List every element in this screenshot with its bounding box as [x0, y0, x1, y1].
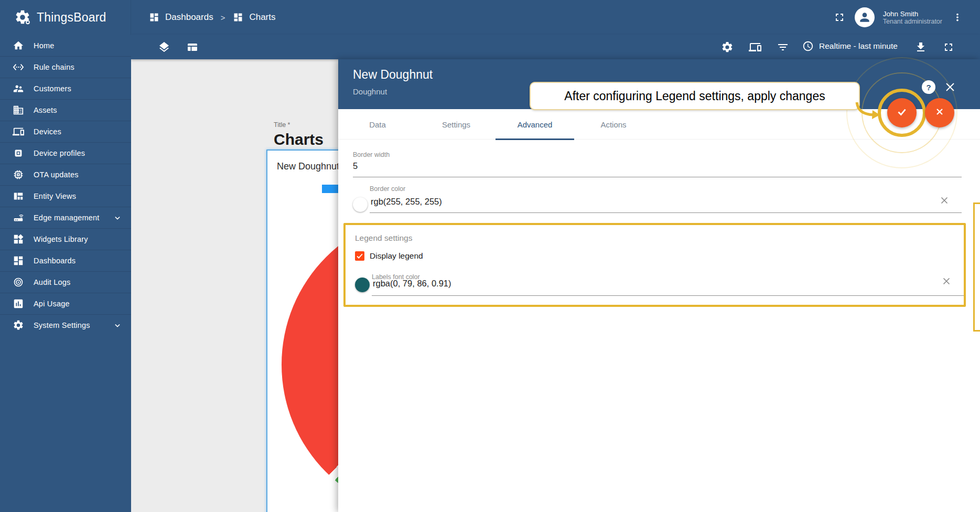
sidebar-item-label: Audit Logs [34, 278, 71, 286]
tooltip-text: After configuring Legend settings, apply… [564, 89, 825, 103]
sidebar-item-system-settings[interactable]: System Settings [0, 314, 131, 336]
cancel-changes-button[interactable] [925, 98, 954, 127]
user-info: John Smith Tenant administrator [883, 10, 942, 25]
customers-icon [13, 83, 24, 94]
sidebar-item-ota-updates[interactable]: OTA updates [0, 164, 131, 185]
sidebar-item-label: Entity Views [34, 192, 76, 200]
entities-icon[interactable] [748, 40, 762, 54]
layout-icon[interactable] [186, 40, 199, 54]
filter-icon[interactable] [776, 40, 790, 54]
sidebar-item-label: OTA updates [34, 170, 79, 179]
sidebar-nav: Home Rule chains Customers Assets Device… [0, 35, 131, 512]
border-color-input[interactable]: rgb(255, 255, 255) [371, 197, 442, 207]
widget-title: New Doughnut [277, 161, 339, 172]
breadcrumb-charts[interactable]: Charts [249, 12, 275, 23]
display-legend-checkbox[interactable] [355, 251, 364, 261]
breadcrumb-separator: > [221, 13, 225, 22]
labels-font-color-underline [372, 295, 964, 296]
rule-chains-icon [13, 61, 24, 73]
sidebar-item-label: System Settings [34, 321, 90, 329]
user-role: Tenant administrator [883, 18, 942, 25]
dashboards-grid-icon [148, 12, 160, 23]
border-color-swatch[interactable] [353, 197, 368, 212]
dashboards-icon [13, 255, 24, 266]
download-icon[interactable] [914, 40, 928, 54]
dashboard-title-field[interactable]: Title * Charts [274, 121, 324, 148]
labels-font-color-swatch[interactable] [355, 278, 370, 292]
timewindow-button[interactable]: Realtime - last minute [802, 40, 898, 52]
devices-icon [13, 126, 24, 137]
sidebar-item-label: Device profiles [34, 149, 85, 157]
border-color-clear-icon[interactable] [939, 195, 950, 206]
breadcrumb-dashboards[interactable]: Dashboards [165, 12, 213, 23]
sidebar-item-audit-logs[interactable]: Audit Logs [0, 271, 131, 293]
sidebar-item-device-profiles[interactable]: Device profiles [0, 142, 131, 164]
sidebar-item-label: Devices [34, 127, 61, 136]
sidebar-item-rule-chains[interactable]: Rule chains [0, 56, 131, 78]
dashboard-title-value[interactable]: Charts [274, 131, 324, 148]
tab-advanced[interactable]: Advanced [496, 109, 574, 140]
more-vert-icon[interactable] [951, 10, 964, 24]
sidebar-item-edge-management[interactable]: Edge management [0, 207, 131, 228]
sidebar-item-label: Edge management [34, 214, 100, 222]
border-color-underline [370, 212, 962, 213]
widget-config-drawer: New Doughnut Doughnut Data Settings Adva… [338, 59, 980, 512]
tab-actions[interactable]: Actions [574, 109, 653, 140]
onboarding-tooltip: After configuring Legend settings, apply… [530, 82, 860, 110]
ota-updates-icon [13, 169, 24, 180]
drawer-widget-title: New Doughnut [353, 68, 433, 82]
display-legend-label[interactable]: Display legend [370, 251, 423, 261]
user-block: John Smith Tenant administrator [833, 0, 964, 35]
tab-data[interactable]: Data [338, 109, 417, 140]
layers-icon[interactable] [157, 40, 171, 54]
fullscreen-icon[interactable] [942, 40, 955, 54]
drawer-close-button[interactable] [944, 81, 956, 93]
gear-icon[interactable] [720, 40, 734, 54]
tab-settings[interactable]: Settings [417, 109, 496, 140]
labels-font-color-clear-icon[interactable] [941, 275, 952, 287]
sidebar-item-entity-views[interactable]: Entity Views [0, 185, 131, 207]
legend-settings-section: Legend settings Display legend Labels fo… [343, 223, 966, 307]
border-width-label: Border width [353, 151, 390, 158]
sidebar-item-dashboards[interactable]: Dashboards [0, 250, 131, 271]
top-header: ThingsBoard Dashboards > Charts John Smi… [0, 0, 980, 35]
sidebar-item-devices[interactable]: Devices [0, 121, 131, 142]
charts-grid-icon [232, 12, 244, 23]
close-icon [934, 106, 945, 120]
question-mark-icon: ? [926, 83, 931, 92]
app-name: ThingsBoard [37, 10, 106, 25]
entity-views-icon [13, 190, 24, 202]
home-icon [13, 40, 24, 51]
app-logo[interactable]: ThingsBoard [0, 0, 131, 35]
avatar[interactable] [855, 7, 875, 27]
chevron-down-icon [112, 321, 123, 333]
sidebar-item-home[interactable]: Home [0, 35, 131, 56]
sidebar-item-assets[interactable]: Assets [0, 99, 131, 121]
sidebar-item-customers[interactable]: Customers [0, 78, 131, 99]
active-tab-indicator [496, 138, 574, 140]
audit-logs-icon [13, 276, 24, 288]
apply-changes-button[interactable] [887, 98, 917, 127]
help-button[interactable]: ? [922, 80, 935, 94]
labels-font-color-input[interactable]: rgba(0, 79, 86, 0.91) [373, 279, 451, 289]
timewindow-label: Realtime - last minute [819, 41, 898, 51]
sidebar-item-label: Api Usage [34, 300, 70, 308]
thingsboard-app: ThingsBoard Dashboards > Charts John Smi… [0, 0, 980, 512]
legend-settings-title: Legend settings [355, 233, 412, 243]
api-usage-icon [13, 298, 24, 310]
clock-icon [802, 40, 814, 52]
border-width-input[interactable]: 5 [353, 161, 358, 171]
sidebar-item-widgets-library[interactable]: Widgets Library [0, 228, 131, 250]
system-settings-icon [13, 319, 24, 331]
highlight-arrow-icon [855, 101, 882, 125]
breadcrumb: Dashboards > Charts [148, 0, 276, 35]
user-name: John Smith [883, 10, 942, 18]
thingsboard-logo-icon [14, 8, 31, 26]
sidebar-item-api-usage[interactable]: Api Usage [0, 293, 131, 314]
widgets-library-icon [13, 233, 24, 245]
sidebar-item-label: Assets [34, 106, 57, 114]
device-profiles-icon [13, 147, 24, 159]
border-width-underline [353, 177, 962, 177]
edge-management-icon [13, 212, 24, 223]
fullscreen-icon[interactable] [833, 10, 846, 24]
